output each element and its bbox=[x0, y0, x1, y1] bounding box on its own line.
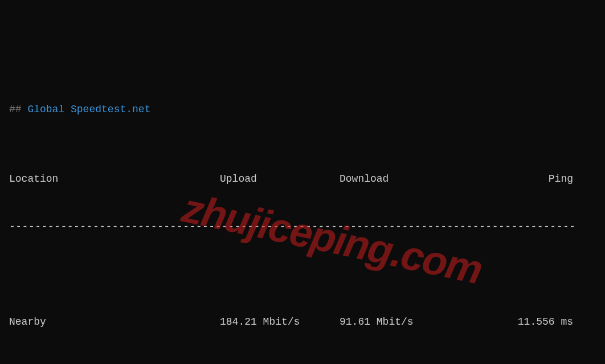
nearby-row: Nearby184.21 Mbit/s91.61 Mbit/s11.556 ms bbox=[9, 314, 596, 330]
title-text: Global Speedtest.net bbox=[27, 104, 150, 115]
terminal-output: ## Global Speedtest.net LocationUploadDo… bbox=[9, 71, 596, 364]
nearby-upload: 184.21 Mbit/s bbox=[220, 314, 340, 330]
header-download: Download bbox=[340, 171, 459, 187]
nearby-ping: 11.556 ms bbox=[459, 314, 573, 330]
header-upload: Upload bbox=[220, 171, 340, 187]
nearby-download: 91.61 Mbit/s bbox=[340, 314, 459, 330]
header-ping: Ping bbox=[459, 171, 573, 187]
table-header-row: LocationUploadDownload Ping bbox=[9, 171, 596, 187]
title-prefix: ## bbox=[9, 104, 27, 115]
header-location: Location bbox=[9, 171, 220, 187]
divider-line: ----------------------------------------… bbox=[9, 219, 596, 235]
nearby-location: Nearby bbox=[9, 314, 220, 330]
section-title: ## Global Speedtest.net bbox=[9, 102, 596, 118]
divider-line: ----------------------------------------… bbox=[9, 362, 596, 364]
